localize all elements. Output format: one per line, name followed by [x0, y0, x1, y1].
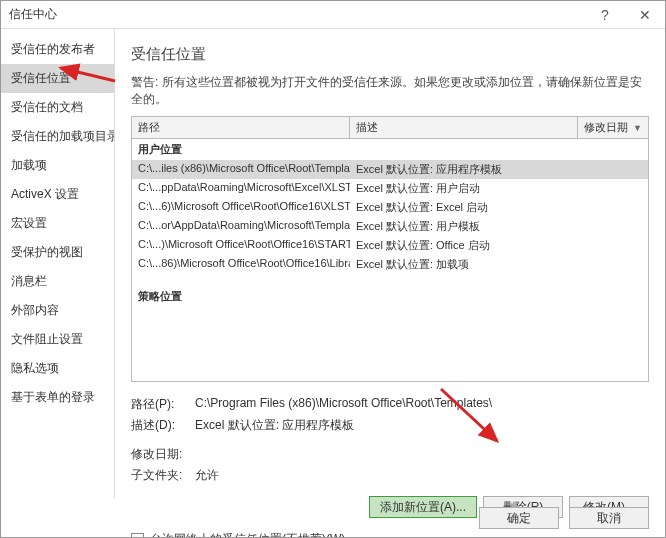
- detail-path-value: C:\Program Files (x86)\Microsoft Office\…: [195, 396, 649, 413]
- table-row[interactable]: C:\...86)\Microsoft Office\Root\Office16…: [132, 255, 648, 274]
- col-date-label: 修改日期: [584, 120, 628, 135]
- detail-date-label: 修改日期:: [131, 446, 195, 463]
- ok-button[interactable]: 确定: [479, 507, 559, 529]
- col-date[interactable]: 修改日期 ▼: [578, 117, 648, 138]
- cell-date: [578, 237, 648, 254]
- sidebar-item[interactable]: 隐私选项: [1, 354, 114, 383]
- cell-path: C:\...or\AppData\Roaming\Microsoft\Templ…: [132, 218, 350, 235]
- cell-path: C:\...)\Microsoft Office\Root\Office16\S…: [132, 237, 350, 254]
- cancel-button[interactable]: 取消: [569, 507, 649, 529]
- details-panel: 路径(P): C:\Program Files (x86)\Microsoft …: [131, 394, 649, 486]
- col-desc-label: 描述: [356, 120, 378, 135]
- sidebar-item[interactable]: 受信任位置: [1, 64, 114, 93]
- detail-desc-value: Excel 默认位置: 应用程序模板: [195, 417, 649, 434]
- group-header-user: 用户位置: [132, 139, 648, 160]
- cell-date: [578, 256, 648, 273]
- detail-desc-label: 描述(D):: [131, 417, 195, 434]
- sidebar-item[interactable]: 消息栏: [1, 267, 114, 296]
- sidebar-item[interactable]: 受信任的文档: [1, 93, 114, 122]
- table-row[interactable]: C:\...6)\Microsoft Office\Root\Office16\…: [132, 198, 648, 217]
- detail-date-value: [195, 446, 649, 463]
- sidebar: 受信任的发布者受信任位置受信任的文档受信任的加载项目录加载项ActiveX 设置…: [1, 29, 115, 499]
- add-location-button[interactable]: 添加新位置(A)...: [369, 496, 477, 518]
- cell-desc: Excel 默认位置: 用户启动: [350, 180, 578, 197]
- sidebar-item[interactable]: 受保护的视图: [1, 238, 114, 267]
- table-body: 用户位置C:\...iles (x86)\Microsoft Office\Ro…: [132, 139, 648, 381]
- detail-path-label: 路径(P):: [131, 396, 195, 413]
- allow-network-label: 允许网络上的受信任位置(不推荐)(W): [150, 531, 345, 538]
- cell-path: C:\...6)\Microsoft Office\Root\Office16\…: [132, 199, 350, 216]
- titlebar: 信任中心 ? ✕: [1, 1, 665, 29]
- sidebar-item[interactable]: 基于表单的登录: [1, 383, 114, 412]
- allow-network-checkbox[interactable]: [131, 533, 144, 538]
- cell-path: C:\...86)\Microsoft Office\Root\Office16…: [132, 256, 350, 273]
- sort-desc-icon: ▼: [633, 123, 642, 133]
- sidebar-item[interactable]: ActiveX 设置: [1, 180, 114, 209]
- group-header-policy: 策略位置: [132, 286, 648, 307]
- table-row[interactable]: C:\...ppData\Roaming\Microsoft\Excel\XLS…: [132, 179, 648, 198]
- sidebar-item[interactable]: 文件阻止设置: [1, 325, 114, 354]
- cell-date: [578, 180, 648, 197]
- cell-date: [578, 161, 648, 178]
- cell-desc: Excel 默认位置: Office 启动: [350, 237, 578, 254]
- cell-date: [578, 218, 648, 235]
- dialog-buttons: 确定 取消: [479, 507, 649, 529]
- col-path[interactable]: 路径: [132, 117, 350, 138]
- cell-desc: Excel 默认位置: 用户模板: [350, 218, 578, 235]
- options-checks: 允许网络上的受信任位置(不推荐)(W) 禁用所有受信任位置(D): [131, 528, 649, 538]
- cell-date: [578, 199, 648, 216]
- window-title: 信任中心: [9, 6, 57, 23]
- cell-desc: Excel 默认位置: 应用程序模板: [350, 161, 578, 178]
- cell-desc: Excel 默认位置: 加载项: [350, 256, 578, 273]
- table-row[interactable]: C:\...)\Microsoft Office\Root\Office16\S…: [132, 236, 648, 255]
- section-title: 受信任位置: [131, 45, 649, 64]
- table-row[interactable]: C:\...or\AppData\Roaming\Microsoft\Templ…: [132, 217, 648, 236]
- help-icon[interactable]: ?: [585, 1, 625, 28]
- detail-sub-value: 允许: [195, 467, 649, 484]
- detail-sub-label: 子文件夹:: [131, 467, 195, 484]
- sidebar-item[interactable]: 受信任的加载项目录: [1, 122, 114, 151]
- cell-path: C:\...iles (x86)\Microsoft Office\Root\T…: [132, 161, 350, 178]
- col-path-label: 路径: [138, 120, 160, 135]
- warning-text: 警告: 所有这些位置都被视为打开文件的受信任来源。如果您更改或添加位置，请确保新…: [131, 74, 649, 108]
- close-icon[interactable]: ✕: [625, 1, 665, 28]
- sidebar-item[interactable]: 加载项: [1, 151, 114, 180]
- table-header: 路径 描述 修改日期 ▼: [132, 117, 648, 139]
- trusted-locations-table: 路径 描述 修改日期 ▼ 用户位置C:\...iles (x86)\Micros…: [131, 116, 649, 382]
- cell-desc: Excel 默认位置: Excel 启动: [350, 199, 578, 216]
- table-row[interactable]: C:\...iles (x86)\Microsoft Office\Root\T…: [132, 160, 648, 179]
- col-desc[interactable]: 描述: [350, 117, 578, 138]
- content-area: 受信任位置 警告: 所有这些位置都被视为打开文件的受信任来源。如果您更改或添加位…: [115, 29, 665, 499]
- cell-path: C:\...ppData\Roaming\Microsoft\Excel\XLS…: [132, 180, 350, 197]
- sidebar-item[interactable]: 外部内容: [1, 296, 114, 325]
- sidebar-item[interactable]: 受信任的发布者: [1, 35, 114, 64]
- sidebar-item[interactable]: 宏设置: [1, 209, 114, 238]
